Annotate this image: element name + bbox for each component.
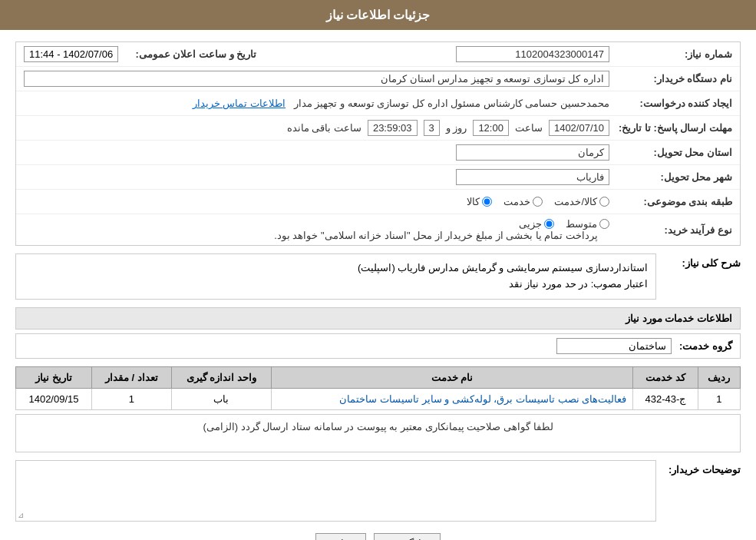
- category-radio-kala[interactable]: [482, 197, 492, 207]
- description-section-label: شرح کلی نیاز:: [664, 253, 741, 269]
- table-row: 1 ج-43-432 فعالیت‌های نصب تاسیسات برق، ل…: [16, 389, 741, 410]
- back-button[interactable]: بازگشت: [374, 533, 441, 540]
- deadline-remaining: 23:59:03: [368, 120, 418, 136]
- creator-value: محمدحسین حسامی کارشناس مسئول اداره کل تو…: [294, 98, 609, 109]
- deadline-time: 12:00: [473, 120, 509, 136]
- city-value: فاریاب: [456, 169, 609, 185]
- services-table-container: ردیف کد خدمت نام خدمت واحد اندازه گیری ت…: [15, 366, 741, 410]
- page-title: جزئیات اطلاعات نیاز: [0, 0, 756, 30]
- buyer-note-label: توضیحات خریدار:: [664, 460, 741, 475]
- category-option-kala-khedmat[interactable]: کالا/خدمت: [554, 196, 609, 207]
- announcement-label: تاریخ و ساعت اعلان عمومی:: [118, 48, 256, 60]
- category-radio-kala-khedmat[interactable]: [599, 197, 609, 207]
- category-radio-group: کالا/خدمت خدمت کالا: [24, 196, 609, 207]
- col-code: کد خدمت: [633, 367, 698, 389]
- deadline-remaining-label: ساعت باقی مانده: [287, 122, 361, 134]
- city-label: شهر محل تحویل:: [609, 171, 732, 183]
- col-name: نام خدمت: [272, 367, 633, 389]
- deadline-time-label: ساعت: [515, 122, 543, 134]
- creator-contact-link[interactable]: اطلاعات تماس خریدار: [193, 98, 286, 109]
- need-number-value: 1102004323000147: [456, 46, 609, 62]
- description-value: استانداردسازی سیستم سرمایشی و گرمایش مدا…: [15, 253, 656, 300]
- service-group-label: گروه خدمت:: [679, 340, 732, 352]
- col-date: تاریخ نیاز: [16, 367, 92, 389]
- category-option-khedmat[interactable]: خدمت: [503, 196, 543, 207]
- cell-date: 1402/09/15: [16, 389, 92, 410]
- buyer-org-label: نام دستگاه خریدار:: [609, 73, 732, 84]
- cell-code: ج-43-432: [633, 389, 698, 410]
- cell-unit: باب: [171, 389, 272, 410]
- category-option-kala[interactable]: کالا: [467, 196, 492, 207]
- deadline-label: مهلت ارسال پاسخ: تا تاریخ:: [609, 122, 732, 134]
- services-section-title: اطلاعات خدمات مورد نیاز: [15, 307, 741, 330]
- col-unit: واحد اندازه گیری: [171, 367, 272, 389]
- announcement-value: 1402/07/06 - 11:44: [24, 46, 118, 62]
- purchase-type-radio-motavaset[interactable]: [599, 219, 609, 229]
- purchase-type-group: متوسط جزیی: [24, 218, 609, 230]
- purchase-type-note: پرداخت تمام یا بخشی از مبلغ خریدار از مح…: [274, 230, 598, 241]
- cell-qty: 1: [92, 389, 172, 410]
- buyer-note-section: توضیحات خریدار: ⊿: [15, 460, 741, 522]
- category-label: طبقه بندی موضوعی:: [609, 196, 732, 207]
- resize-handle-icon: ⊿: [18, 511, 24, 519]
- deadline-day-label: روز و: [446, 122, 467, 134]
- province-label: استان محل تحویل:: [609, 147, 732, 158]
- cell-name: فعالیت‌های نصب تاسیسات برق، لوله‌کشی و س…: [272, 389, 633, 410]
- deadline-days: 3: [424, 120, 440, 136]
- purchase-type-label: نوع فرآیند خرید:: [609, 224, 732, 236]
- category-radio-khedmat[interactable]: [533, 197, 543, 207]
- print-button[interactable]: چاپ: [315, 533, 366, 540]
- creator-label: ایجاد کننده درخواست:: [609, 98, 732, 109]
- services-table: ردیف کد خدمت نام خدمت واحد اندازه گیری ت…: [15, 366, 741, 410]
- buyer-note-box[interactable]: ⊿: [15, 460, 656, 522]
- province-value: کرمان: [456, 144, 609, 161]
- cell-row: 1: [698, 389, 740, 410]
- col-qty: تعداد / مقدار: [92, 367, 172, 389]
- note-box: لطفا گواهی صلاحیت پیمانکاری معتبر به پیو…: [15, 414, 741, 452]
- service-group-value: ساختمان: [556, 338, 672, 354]
- need-number-label: شماره نیاز:: [609, 48, 732, 60]
- action-buttons: بازگشت چاپ: [15, 533, 741, 540]
- purchase-type-option-jozi[interactable]: جزیی: [519, 218, 554, 230]
- col-row: ردیف: [698, 367, 740, 389]
- deadline-date: 1402/07/10: [549, 120, 609, 136]
- purchase-type-option-motavaset[interactable]: متوسط: [566, 218, 609, 230]
- purchase-type-radio-jozi[interactable]: [544, 219, 554, 229]
- buyer-org-value: اداره کل توسازی توسعه و تجهیز مدارس استا…: [24, 71, 609, 87]
